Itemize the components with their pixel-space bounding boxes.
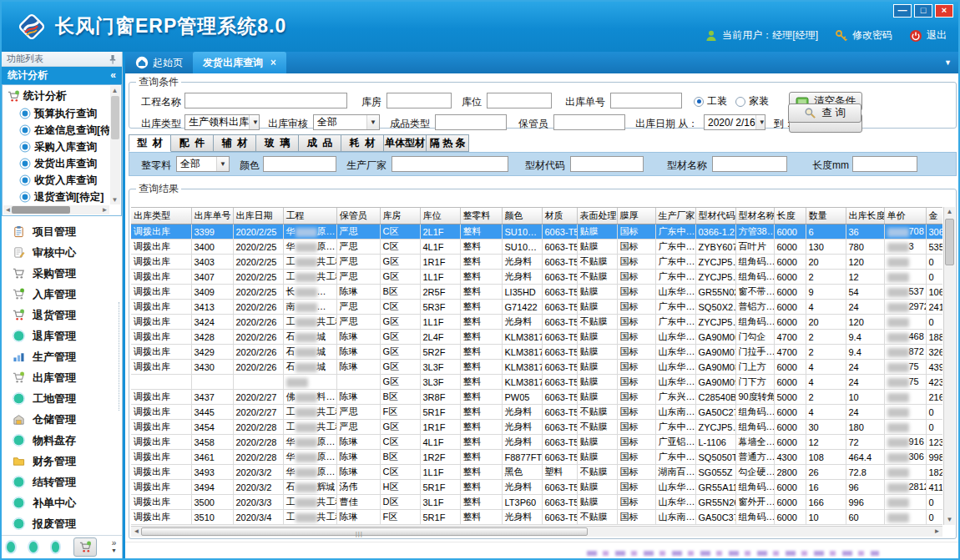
profile-name-input[interactable] bbox=[712, 156, 787, 172]
table-row[interactable]: 调拨出库34452020/2/27工共工程严思F区5R1F整料光身料6063-T… bbox=[131, 405, 942, 420]
tree-item[interactable]: 发货出库查询 bbox=[4, 155, 109, 172]
tree-item[interactable]: 退货查询[待定] bbox=[4, 189, 109, 205]
tree-root[interactable]: 统计分析 bbox=[4, 87, 109, 105]
scrollbar-thumb[interactable] bbox=[945, 219, 954, 265]
column-header[interactable]: 出库日期 bbox=[233, 208, 283, 225]
tab-home[interactable]: 起始页 bbox=[125, 52, 193, 73]
location-input[interactable] bbox=[487, 93, 552, 108]
length-input[interactable] bbox=[852, 156, 917, 172]
sidebar-item-退库管理[interactable]: 退库管理 bbox=[2, 325, 122, 346]
table-row[interactable]: 调拨出库34032020/2/25工共工程严思G区1R1F整料光身料6063-T… bbox=[131, 255, 942, 270]
column-header[interactable]: 膜厚 bbox=[617, 208, 655, 225]
column-header[interactable]: 整零料 bbox=[460, 208, 502, 225]
sidebar-item-审核中心[interactable]: 审核中心 bbox=[2, 242, 122, 263]
scrollbar-thumb[interactable] bbox=[111, 96, 119, 139]
scrollbar-thumb[interactable]: ||| bbox=[141, 527, 588, 536]
close-button[interactable]: × bbox=[935, 4, 953, 18]
scroll-down-icon[interactable]: ▼ bbox=[110, 195, 119, 204]
tab-shipment-query[interactable]: 发货出库查询 × bbox=[193, 52, 286, 73]
more-buttons-chevron[interactable]: »▼ bbox=[111, 540, 117, 554]
order-no-input[interactable] bbox=[610, 93, 682, 108]
column-header[interactable]: 工程 bbox=[283, 208, 336, 225]
pin-icon[interactable] bbox=[109, 54, 117, 64]
sidebar-item-生产管理[interactable]: 生产管理 bbox=[2, 346, 122, 367]
tree-horizontal-scrollbar[interactable]: ◄ ► bbox=[3, 205, 109, 214]
table-row[interactable]: 调拨出库34372020/2/27佛料…陈琳B区3R8F整料PW056063-T… bbox=[131, 390, 942, 405]
column-header[interactable]: 保管员 bbox=[336, 208, 380, 225]
table-row[interactable]: 调拨出库35122020/3/4工共工程陈琳F区1L2F整料光身料6063-T5… bbox=[131, 525, 942, 526]
column-header[interactable]: 型材名称 bbox=[735, 208, 774, 225]
scroll-right-icon[interactable]: ► bbox=[100, 205, 109, 214]
minimize-button[interactable]: — bbox=[893, 4, 912, 18]
logout-button[interactable]: 退出 bbox=[909, 28, 947, 43]
column-header[interactable]: 库位 bbox=[420, 208, 460, 225]
sidebar-item-工地管理[interactable]: 工地管理 bbox=[2, 388, 122, 409]
table-row[interactable]: 调拨出库34292020/2/26石城陈琳G区5R2F整料KLM38176063… bbox=[131, 345, 942, 360]
sidebar-item-物料盘存[interactable]: 物料盘存 bbox=[2, 430, 122, 451]
profile-code-input[interactable] bbox=[570, 156, 644, 172]
table-horizontal-scrollbar[interactable]: ◄ ||| ► bbox=[131, 526, 942, 537]
project-name-input[interactable] bbox=[184, 93, 347, 108]
tab-list-dropdown-icon[interactable]: ▼ bbox=[944, 58, 952, 67]
sidebar-resize-grip[interactable] bbox=[119, 302, 122, 411]
scroll-right-icon[interactable]: ► bbox=[932, 527, 942, 537]
out-type-select[interactable]: 生产领料出库▼ bbox=[184, 114, 260, 130]
scrollbar-thumb[interactable] bbox=[12, 206, 70, 214]
date-from-select[interactable]: 2020/ 2/16▼ bbox=[704, 114, 765, 130]
column-header[interactable]: 出库单号 bbox=[191, 208, 233, 225]
tree-item[interactable]: 在途信息查询[待 bbox=[4, 122, 109, 139]
dot-icon[interactable] bbox=[7, 542, 15, 552]
table-vertical-scrollbar[interactable]: ▲ ▼ bbox=[943, 207, 955, 525]
keeper-input[interactable] bbox=[553, 114, 625, 130]
dot-icon[interactable] bbox=[29, 542, 38, 552]
whole-part-select[interactable]: 全部▼ bbox=[176, 156, 230, 172]
table-row[interactable]: 调拨出库34002020/2/25华原…严思C区4L1F整料SU10…6063-… bbox=[131, 240, 942, 255]
column-header[interactable]: 库房 bbox=[380, 208, 420, 225]
scroll-up-icon[interactable]: ▲ bbox=[110, 86, 119, 95]
column-header[interactable]: 型材代码 bbox=[695, 208, 735, 225]
table-row[interactable]: 调拨出库34542020/2/28工共工程严思G区1R1F整料光身料6063-T… bbox=[131, 420, 942, 435]
table-row[interactable]: 调拨出库34932020/3/2华原…陈琳C区1L1F整料黑色塑料不贴膜国标湖南… bbox=[131, 465, 942, 480]
warehouse-input[interactable] bbox=[387, 93, 452, 108]
tree-item[interactable]: 收货入库查询 bbox=[4, 172, 109, 189]
material-tab[interactable]: 隔 热 条 bbox=[427, 134, 469, 152]
material-tab[interactable]: 玻 璃 bbox=[256, 134, 299, 152]
sidebar-item-出库管理[interactable]: 出库管理 bbox=[2, 367, 122, 388]
material-tab[interactable]: 单体型材 bbox=[384, 134, 427, 152]
table-row[interactable]: 调拨出库34942020/3/2石辉城汤伟H区5R1F整料光身料6063-T5贴… bbox=[131, 480, 942, 495]
column-header[interactable]: 生产厂家 bbox=[655, 208, 695, 225]
sidebar-item-补单中心[interactable]: 补单中心 bbox=[2, 492, 122, 513]
tab-close-icon[interactable]: × bbox=[270, 57, 276, 68]
manufacturer-input[interactable] bbox=[392, 156, 508, 172]
column-header[interactable]: 数量 bbox=[806, 208, 846, 225]
material-tab[interactable]: 成 品 bbox=[299, 134, 341, 152]
color-input[interactable] bbox=[263, 156, 336, 172]
column-header[interactable]: 长度 bbox=[774, 208, 806, 225]
tree-item[interactable]: 预算执行查询 bbox=[4, 105, 109, 122]
collapse-icon[interactable]: « bbox=[110, 67, 116, 84]
sidebar-item-报废管理[interactable]: 报废管理 bbox=[2, 513, 122, 534]
column-header[interactable]: 颜色 bbox=[502, 208, 542, 225]
table-row[interactable]: 调拨出库34612020/2/28华原…陈琳B区1R2F整料F8877FT606… bbox=[131, 450, 942, 465]
material-tab[interactable]: 型 材 bbox=[129, 134, 171, 152]
table-row[interactable]: G区3L3F整料KLM38176063-T5贴膜国标山东华…GA90M09…门下… bbox=[131, 375, 942, 390]
sidebar-item-财务管理[interactable]: 财务管理 bbox=[2, 451, 122, 472]
audit-select[interactable]: 全部▼ bbox=[313, 114, 380, 130]
column-header[interactable]: 金 bbox=[926, 208, 942, 225]
radio-jiazhuang[interactable]: 家装 bbox=[735, 94, 769, 108]
table-row[interactable]: 调拨出库34282020/2/26石城陈琳G区2L4F整料KLM38176063… bbox=[131, 330, 942, 345]
radio-gongzhuang[interactable]: 工装 bbox=[694, 94, 727, 108]
table-row[interactable]: 调拨出库33992020/2/25华原…严思C区2L1F整料SU10…6063-… bbox=[131, 225, 942, 240]
material-tab[interactable]: 耗 材 bbox=[341, 134, 384, 152]
material-tab[interactable]: 配 件 bbox=[171, 134, 214, 152]
table-row[interactable]: 调拨出库34132020/2/26南…严思C区5R3F整料G714226063-… bbox=[131, 300, 942, 315]
table-row[interactable]: 调拨出库34242020/2/26工共工程严思G区1L1F整料光身料6063-T… bbox=[131, 315, 942, 330]
sidebar-item-项目管理[interactable]: 项目管理 bbox=[2, 221, 122, 242]
cart-shortcut-button[interactable] bbox=[73, 537, 97, 557]
material-tab[interactable]: 辅 材 bbox=[214, 134, 256, 152]
table-row[interactable]: 调拨出库34072020/2/25工共工程严思G区1L1F整料光身料6063-T… bbox=[131, 270, 942, 285]
sidebar-item-退货管理[interactable]: 退货管理 bbox=[2, 305, 122, 325]
tree-item[interactable]: 采购入库查询 bbox=[4, 139, 109, 155]
column-header[interactable]: 单价 bbox=[884, 208, 926, 225]
change-password-button[interactable]: 修改密码 bbox=[835, 28, 892, 43]
